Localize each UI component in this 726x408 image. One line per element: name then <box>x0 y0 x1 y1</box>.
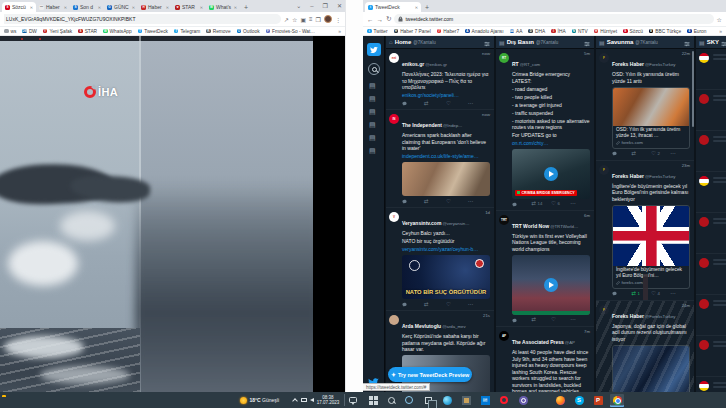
sidebar-icon[interactable]: ❐ <box>316 16 321 23</box>
hidden-icons-chevron[interactable] <box>292 398 298 404</box>
bookmark-bbc-t-rk-e[interactable]: BBBC Türkçe <box>649 29 681 34</box>
reply-icon[interactable] <box>512 318 532 323</box>
bookmark-star-icon[interactable]: ☆ <box>292 16 297 23</box>
column-icon[interactable]: ▤ <box>369 121 376 128</box>
retweet-icon[interactable]: ⇄ <box>424 199 446 205</box>
new-tab-button[interactable]: + <box>244 4 248 11</box>
tweet-link[interactable]: enikos.gr/society/paneli… <box>402 92 490 98</box>
photos-taskbar-icon[interactable] <box>459 394 473 407</box>
tab-son-d[interactable]: SSon d✕ <box>70 2 104 12</box>
like-icon[interactable]: ♡ <box>551 317 571 323</box>
powerpoint-taskbar-icon[interactable]: P <box>591 394 605 407</box>
bookmark-star-icon[interactable]: ☆ <box>717 16 722 23</box>
more-icon[interactable]: ⋯ <box>468 302 490 308</box>
column-icon[interactable]: ▤ <box>369 147 376 154</box>
tweet[interactable]: AP7mThe Associated Press@APAt least 40 p… <box>496 327 594 392</box>
tweet-media[interactable]: CRIMEA BRIDGE EMERGENCY <box>512 149 590 199</box>
bookmark-dw[interactable]: DWDW <box>22 29 37 34</box>
bookmark-remove[interactable]: RRemove <box>206 29 230 34</box>
tab-close-icon[interactable]: ✕ <box>415 5 418 10</box>
column-header[interactable]: ▤SKY <box>696 36 726 49</box>
tweet-link[interactable]: independent.co.uk/life-style/ame… <box>402 153 490 159</box>
column-tweets[interactable]: F22mForeks Haber@ForeksTurkeyOSD: Yılın … <box>596 49 694 392</box>
retweet-icon[interactable]: ⇄ <box>532 317 552 323</box>
bookmark-outlook[interactable]: OOutlook <box>237 29 260 34</box>
tweet-link[interactable]: veryansintv.com/yazar/ceyhun-b… <box>402 246 490 252</box>
tab-star[interactable]: ★STAR✕ <box>172 2 206 12</box>
tweet[interactable] <box>696 213 726 254</box>
like-icon[interactable]: ♡ <box>446 199 468 205</box>
skype-taskbar-icon[interactable]: S <box>572 394 586 407</box>
bookmark-dha[interactable]: DDHA <box>528 29 545 34</box>
reply-icon[interactable] <box>512 202 532 207</box>
bookmarks-overflow-icon[interactable]: » <box>338 28 341 34</box>
bookmark-h-rriyet[interactable]: HHürriyet <box>594 29 617 34</box>
bookmark-haber-7-panel[interactable]: HHaber 7 Panel <box>394 29 431 34</box>
minimize-icon[interactable]: – <box>310 3 313 9</box>
bookmark-s-zc-[interactable]: SSözcü <box>623 29 643 34</box>
tab-tweetdeck[interactable]: t TweetDeck ✕ <box>365 2 421 12</box>
tab-g-nc[interactable]: GGÜNC✕ <box>104 2 138 12</box>
bookmark-i-ha[interactable]: İİHA <box>551 29 566 34</box>
reply-icon[interactable] <box>612 291 632 296</box>
tweet[interactable] <box>696 295 726 336</box>
retweet-icon[interactable]: ⇄1 <box>632 291 652 297</box>
tab-close-icon[interactable]: ✕ <box>166 5 169 10</box>
bookmark-yeni-afak[interactable]: YYeni Şafak <box>43 29 72 34</box>
search-taskbar-icon[interactable] <box>384 394 398 407</box>
like-icon[interactable]: ♡ <box>446 302 468 308</box>
column-header[interactable]: ⌂Home@7Kantalu <box>386 36 494 49</box>
firefox-taskbar-icon[interactable] <box>553 394 567 407</box>
tweet[interactable]: V1dVeryansintv.com@veryansin…Ceyhun Balc… <box>386 208 494 311</box>
reply-icon[interactable] <box>402 101 424 106</box>
mail-taskbar-icon[interactable]: ✉ <box>478 394 492 407</box>
link-card[interactable]: Japonya, doğal gaz için de global acil d… <box>612 345 690 392</box>
like-icon[interactable]: ♡2 <box>651 151 671 157</box>
close-icon[interactable]: ✕ <box>337 2 342 9</box>
more-icon[interactable]: ⋯ <box>671 291 691 297</box>
retweet-icon[interactable]: ⇄14 <box>532 201 552 207</box>
compose-tweet-button[interactable] <box>367 43 381 56</box>
bookmark-fmovies-so-wat-[interactable]: FFmovies-So - Wat… <box>266 29 316 34</box>
reload-icon[interactable]: ↻ <box>386 15 391 23</box>
start-taskbar-icon[interactable] <box>366 394 380 407</box>
tweet[interactable]: F24mForeks Haber@ForeksTurkeyJaponya, do… <box>596 301 694 392</box>
reply-icon[interactable] <box>402 199 424 204</box>
taskview-taskbar-icon[interactable] <box>421 394 435 407</box>
tweet[interactable]: INnowThe Independent@Indep…Americans spa… <box>386 110 494 208</box>
bookmark-star[interactable]: SSTAR <box>78 29 97 34</box>
column-icon[interactable]: ▤ <box>369 108 376 115</box>
tab-close-icon[interactable]: ✕ <box>200 5 203 10</box>
chat-taskbar-icon[interactable] <box>346 394 360 407</box>
show-desktop-divider[interactable] <box>344 394 345 406</box>
tweet[interactable]: RT5mRT@RT_comCrimea Bridge emergency LAT… <box>496 49 594 211</box>
link-card[interactable]: İngiltere'de büyümenin gelecek yıl Euro … <box>612 205 690 289</box>
extensions-icon[interactable]: ▣ <box>300 16 306 23</box>
bookmark-whatsapp[interactable]: WWhatsApp <box>103 29 132 34</box>
column-icon[interactable]: ▤ <box>369 82 376 89</box>
tweet[interactable]: F22mForeks Haber@ForeksTurkeyOSD: Yılın … <box>596 49 694 161</box>
tab-close-icon[interactable]: ✕ <box>234 5 237 10</box>
column-icon[interactable]: ▤ <box>369 95 376 102</box>
column-tweets[interactable]: eninowenikos.gr@enikos.grΠανελλήνιες 202… <box>386 49 494 392</box>
play-button-icon[interactable] <box>544 167 558 181</box>
tab-what-s[interactable]: WWhat's✕ <box>206 2 240 12</box>
taskbar-clock[interactable]: 08:38 17.07.2023 <box>313 395 343 406</box>
bookmark-ntv[interactable]: NNTV <box>572 29 588 34</box>
menu-dots-icon[interactable]: ⋮ <box>335 16 341 23</box>
like-icon[interactable]: ♡4 <box>651 291 671 297</box>
opera-taskbar-icon[interactable] <box>497 394 511 407</box>
play-button-icon[interactable] <box>544 278 558 292</box>
tweet-media[interactable] <box>402 162 490 196</box>
tweet[interactable]: F23mForeks Haber@ForeksTurkeyİngiltere'd… <box>596 161 694 301</box>
bookmark-twitter[interactable]: tTwitter <box>367 29 388 34</box>
tweet-media[interactable]: NATO BİR SUÇ ÖRGÜTÜDÜR <box>402 255 490 299</box>
more-icon[interactable]: ⋯ <box>468 101 490 107</box>
retweet-icon[interactable]: ⇄ <box>632 151 652 157</box>
tweet-media[interactable] <box>512 255 590 315</box>
back-icon[interactable]: ← <box>367 16 374 23</box>
more-icon[interactable]: ⋯ <box>571 317 591 323</box>
column-header[interactable]: ▤Dış Basın@7Kantalu <box>496 36 594 49</box>
retweet-icon[interactable]: ⇄ <box>424 302 446 308</box>
like-icon[interactable]: ♡ <box>446 101 468 107</box>
